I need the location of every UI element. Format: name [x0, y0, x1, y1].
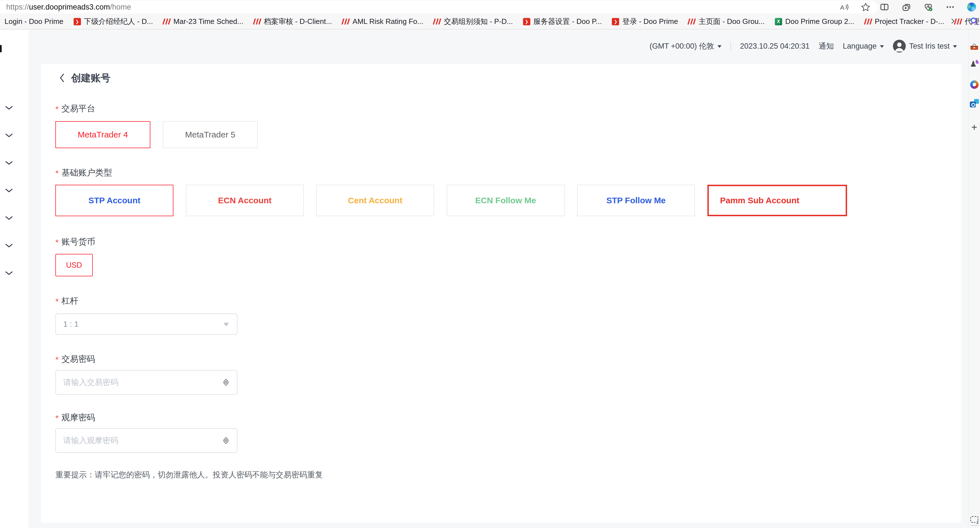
bookmark-label: 主页面 - Doo Grou...: [698, 17, 765, 26]
account-type-option[interactable]: ECN Follow Me: [447, 185, 565, 216]
microsoft-365-icon[interactable]: [970, 80, 979, 89]
notifications-link[interactable]: 通知: [819, 41, 834, 51]
sidebar-collapsed-item[interactable]: [5, 216, 13, 220]
bookmark-item[interactable]: 服务器设置 - Doo P...: [523, 17, 602, 26]
account-type-label: * 基础账户类型: [56, 167, 961, 179]
svg-text:A: A: [840, 4, 845, 11]
account-type-option-label: ECN Account: [218, 196, 272, 205]
address-bar-row: https://user.dooprimeads3.com/home A: [0, 0, 980, 14]
bookmark-item[interactable]: 下级介绍经纪人 - D...: [74, 17, 153, 26]
sidebar-collapsed-item[interactable]: [5, 106, 13, 110]
platform-option[interactable]: MetaTrader 4: [56, 121, 150, 148]
bookmark-item[interactable]: Login - Doo Prime: [5, 17, 64, 26]
favorite-star-icon[interactable]: [861, 2, 871, 12]
bookmark-item[interactable]: AML Risk Rating Fo...: [342, 17, 423, 26]
url-path: /home: [110, 3, 131, 11]
sidebar-collapsed-item[interactable]: [5, 133, 13, 138]
platform-option[interactable]: MetaTrader 5: [163, 121, 258, 148]
clipped-glyph: [0, 45, 2, 52]
split-screen-icon[interactable]: [880, 2, 889, 12]
bookmarks-bar: Login - Doo Prime 下级介绍经纪人 - D... Mar-23 …: [0, 14, 980, 29]
account-type-option[interactable]: Pamm Sub Account: [707, 185, 847, 216]
currency-option[interactable]: USD: [56, 254, 93, 276]
snip-screenshot-icon[interactable]: ✂: [970, 515, 979, 524]
view-password-input[interactable]: [56, 428, 237, 453]
required-mark: *: [56, 353, 59, 366]
page-title: 创建账号: [71, 72, 110, 85]
account-type-option[interactable]: Cent Account: [316, 185, 434, 216]
bookmarks-list: Login - Doo Prime 下级介绍经纪人 - D... Mar-23 …: [5, 17, 980, 26]
bookmark-item[interactable]: Mar-23 Time Sched...: [163, 17, 243, 26]
required-mark: *: [56, 412, 59, 424]
sidebar-collapsed-item[interactable]: [5, 244, 13, 248]
sidebar-collapsed-item[interactable]: [5, 188, 13, 193]
timezone-selector[interactable]: (GMT +00:00) 伦敦: [649, 41, 721, 51]
bookmark-label: 档案审核 - D-Client...: [264, 17, 332, 26]
required-mark: *: [56, 103, 59, 116]
bookmark-item[interactable]: 登录 - Doo Prime: [612, 17, 678, 26]
datetime-display: 2023.10.25 04:20:31: [740, 42, 810, 51]
account-type-option[interactable]: STP Account: [56, 185, 173, 216]
language-selector[interactable]: Language: [843, 42, 884, 51]
address-bar[interactable]: https://user.dooprimeads3.com/home A: [0, 0, 878, 13]
bookmark-item[interactable]: Project Tracker - D-...: [864, 17, 944, 26]
required-mark: *: [56, 236, 59, 249]
settings-more-icon[interactable]: [945, 2, 955, 12]
platform-option-label: MetaTrader 5: [185, 130, 235, 139]
leverage-value: 1 : 1: [63, 320, 78, 329]
currency-label: * 账号货币: [56, 236, 961, 248]
bookmarks-overflow-icon[interactable]: [949, 17, 956, 26]
copilot-icon[interactable]: [967, 3, 976, 11]
avatar: [893, 40, 906, 53]
bookmark-item[interactable]: 主页面 - Doo Grou...: [688, 17, 765, 26]
add-sidebar-item-icon[interactable]: +: [970, 123, 979, 132]
platform-option-label: MetaTrader 4: [78, 130, 128, 139]
bookmark-label: 登录 - Doo Prime: [622, 17, 678, 26]
outlook-icon[interactable]: [970, 99, 979, 108]
show-password-icon[interactable]: [222, 436, 230, 445]
sidebar-search-icon[interactable]: [969, 16, 979, 27]
sidebar-collapsed-item[interactable]: [5, 161, 13, 165]
bookmark-label: 交易组别须知 - P-D...: [444, 17, 513, 26]
bookmark-item[interactable]: 档案审核 - D-Client...: [253, 17, 332, 26]
bookmark-icon: [163, 18, 170, 25]
currency-option-label: USD: [66, 261, 82, 270]
account-type-option[interactable]: ECN Account: [186, 185, 304, 216]
browser-essentials-icon[interactable]: [923, 2, 933, 12]
show-password-icon[interactable]: [222, 378, 230, 387]
trade-password-label: * 交易密码: [56, 353, 961, 365]
bookmark-icon: [253, 18, 261, 25]
user-menu[interactable]: Test Iris test: [893, 40, 957, 53]
bookmark-icon: [342, 18, 349, 25]
language-label: Language: [843, 42, 877, 51]
url-host: user.dooprimeads3.com: [29, 3, 110, 11]
page-url: https://user.dooprimeads3.com/home: [6, 3, 131, 11]
leverage-select[interactable]: 1 : 1: [56, 313, 237, 335]
password-warning-note: 重要提示：请牢记您的密码，切勿泄露他人。投资人密码不能与交易密码重复: [56, 469, 961, 480]
timezone-label: (GMT +00:00) 伦敦: [649, 41, 714, 51]
games-icon[interactable]: ♞♟: [970, 60, 979, 69]
collections-icon[interactable]: [901, 2, 912, 12]
chevron-down-icon: [718, 45, 721, 50]
bookmark-item[interactable]: 交易组别须知 - P-D...: [433, 17, 513, 26]
trade-password-input[interactable]: [56, 370, 237, 395]
bookmark-icon: [523, 18, 530, 25]
username-label: Test Iris test: [909, 42, 950, 51]
account-type-option[interactable]: STP Follow Me: [577, 185, 695, 216]
bookmark-icon: [433, 18, 441, 25]
site-header: (GMT +00:00) 伦敦 2023.10.25 04:20:31 通知 L…: [29, 30, 968, 63]
account-type-option-label: Cent Account: [348, 196, 402, 205]
back-button[interactable]: [58, 73, 65, 83]
chevron-down-icon: [953, 45, 957, 50]
bookmark-icon: [864, 18, 872, 25]
sidebar-divider: [971, 525, 978, 526]
sidebar-collapsed-item[interactable]: [5, 271, 13, 276]
account-type-option-label: STP Follow Me: [606, 196, 665, 205]
bookmark-label: 下级介绍经纪人 - D...: [84, 17, 153, 26]
bookmark-item[interactable]: Doo Prime Group 2...: [775, 17, 854, 26]
account-type-option-label: STP Account: [88, 196, 140, 205]
chevron-down-icon: [880, 45, 884, 50]
read-aloud-icon[interactable]: A: [839, 2, 849, 12]
toolbox-icon[interactable]: [970, 43, 979, 51]
collapsed-sidebar: [0, 30, 29, 528]
